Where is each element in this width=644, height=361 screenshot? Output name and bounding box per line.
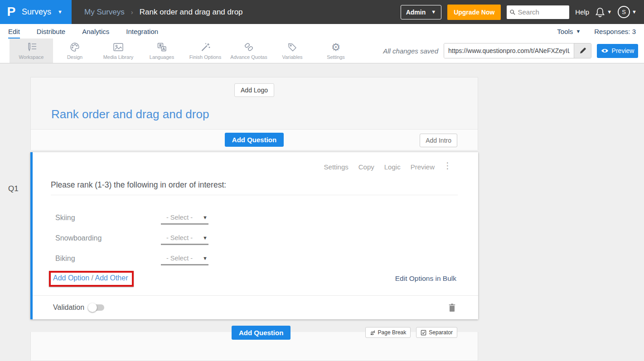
chevron-down-icon: ▼ bbox=[203, 215, 208, 220]
preview-button[interactable]: Preview bbox=[597, 44, 638, 58]
option-add-links: Add Option / Add Other bbox=[53, 274, 128, 282]
question-more-menu-icon[interactable]: ⋮ bbox=[443, 161, 452, 171]
edit-options-in-bulk-link[interactable]: Edit Options in Bulk bbox=[395, 274, 456, 283]
toolbar-item-languages[interactable]: Languages bbox=[140, 39, 184, 63]
add-question-button-bottom[interactable]: Add Question bbox=[232, 326, 291, 340]
toolbar-item-variables[interactable]: Variables bbox=[271, 39, 314, 63]
search-box[interactable] bbox=[507, 5, 569, 19]
question-card: Settings Copy Logic Preview ⋮ Please ran… bbox=[30, 152, 478, 319]
select-placeholder: - Select - bbox=[166, 214, 193, 221]
product-name: Surveys bbox=[22, 7, 51, 17]
toolbar-item-settings[interactable]: ⚙ Settings bbox=[314, 39, 358, 63]
surveys-menu[interactable]: P Surveys ▼ bbox=[0, 0, 72, 24]
option-row: Skiing - Select - ▼ bbox=[55, 214, 208, 225]
admin-label: Admin bbox=[406, 9, 426, 16]
separator-label: Separator bbox=[429, 329, 453, 336]
add-intro-button[interactable]: Add Intro bbox=[420, 134, 457, 147]
page-break-icon bbox=[370, 330, 376, 336]
toolbar-label: Media Library bbox=[103, 54, 134, 60]
toolbar-label: Design bbox=[67, 54, 82, 60]
admin-dropdown[interactable]: Admin ▼ bbox=[401, 5, 441, 19]
search-input[interactable] bbox=[518, 8, 566, 16]
chevron-down-icon: ▼ bbox=[203, 255, 208, 261]
survey-url-box bbox=[444, 43, 591, 58]
question-logic-link[interactable]: Logic bbox=[384, 163, 401, 171]
tag-icon bbox=[287, 42, 298, 53]
chevron-down-icon: ▼ bbox=[58, 10, 63, 14]
preview-label: Preview bbox=[612, 47, 634, 54]
add-logo-button[interactable]: Add Logo bbox=[234, 83, 274, 97]
toolbar-item-workspace[interactable]: Workspace bbox=[10, 39, 53, 63]
survey-header-card: Add Logo Rank order and drag and drop Ad… bbox=[30, 77, 478, 150]
question-settings-link[interactable]: Settings bbox=[324, 163, 349, 171]
tab-integration[interactable]: Integration bbox=[126, 24, 158, 39]
chevron-down-icon: ▼ bbox=[576, 29, 581, 34]
question-footer: Validation bbox=[33, 295, 478, 319]
rank-select-dropdown[interactable]: - Select - ▼ bbox=[161, 214, 208, 225]
validation-toggle[interactable] bbox=[89, 304, 104, 311]
workspace-canvas: Add Logo Rank order and drag and drop Ad… bbox=[0, 63, 644, 361]
gear-icon: ⚙ bbox=[331, 42, 341, 53]
save-status: All changes saved bbox=[383, 47, 438, 55]
separator-button[interactable]: Separator bbox=[416, 327, 457, 338]
rank-select-dropdown[interactable]: - Select - ▼ bbox=[161, 234, 208, 245]
tab-analytics[interactable]: Analytics bbox=[82, 24, 109, 39]
question-copy-link[interactable]: Copy bbox=[358, 163, 374, 171]
toggle-knob bbox=[88, 303, 97, 312]
notifications-menu[interactable]: ▼ bbox=[595, 7, 612, 18]
toolbar-label: Variables bbox=[282, 54, 302, 60]
links-separator: / bbox=[92, 274, 93, 282]
toolbar-item-media-library[interactable]: Media Library bbox=[97, 39, 140, 63]
tab-distribute[interactable]: Distribute bbox=[37, 24, 65, 39]
select-placeholder: - Select - bbox=[166, 255, 193, 262]
link-icon bbox=[243, 42, 254, 53]
select-placeholder: - Select - bbox=[166, 234, 193, 241]
toolbar-item-design[interactable]: Design bbox=[53, 39, 97, 63]
survey-title[interactable]: Rank order and drag and drop bbox=[51, 107, 209, 121]
validation-label: Validation bbox=[53, 303, 84, 312]
page-break-button[interactable]: Page Break bbox=[365, 327, 411, 338]
chevron-down-icon: ▼ bbox=[632, 10, 637, 14]
search-icon bbox=[510, 9, 515, 15]
chevron-down-icon: ▼ bbox=[607, 10, 612, 14]
upgrade-now-button[interactable]: Upgrade Now bbox=[447, 5, 501, 20]
help-link[interactable]: Help bbox=[575, 8, 589, 16]
bell-icon bbox=[595, 7, 605, 18]
option-label[interactable]: Skiing bbox=[55, 214, 161, 222]
question-actions: Settings Copy Logic Preview bbox=[324, 163, 435, 171]
toolbar-item-advance-quotas[interactable]: Advance Quotas bbox=[227, 39, 271, 63]
translate-icon bbox=[156, 42, 167, 53]
survey-logo-section: Add Logo Rank order and drag and drop bbox=[31, 77, 478, 129]
toolbar-item-finish-options[interactable]: Finish Options bbox=[184, 39, 227, 63]
trash-icon bbox=[449, 303, 455, 312]
chevron-down-icon: ▼ bbox=[431, 10, 436, 14]
survey-url-input[interactable] bbox=[444, 43, 574, 58]
tools-label: Tools bbox=[557, 28, 573, 35]
add-other-link[interactable]: Add Other bbox=[95, 274, 128, 282]
image-icon bbox=[112, 42, 124, 53]
option-row: Snowboarding - Select - ▼ bbox=[55, 234, 208, 245]
workspace-icon bbox=[25, 42, 37, 53]
question-text[interactable]: Please rank (1-3) the following in order… bbox=[51, 180, 458, 195]
tab-edit[interactable]: Edit bbox=[8, 24, 20, 39]
option-row: Biking - Select - ▼ bbox=[55, 255, 208, 265]
app-header: P Surveys ▼ My Surveys › Rank order and … bbox=[0, 0, 644, 24]
responses-count[interactable]: Responses: 3 bbox=[594, 28, 636, 35]
account-menu[interactable]: S ▼ bbox=[618, 6, 637, 18]
add-question-button[interactable]: Add Question bbox=[225, 133, 284, 147]
edit-url-button[interactable] bbox=[574, 43, 591, 58]
breadcrumb: My Surveys › Rank order and drag and dro… bbox=[84, 8, 243, 17]
question-preview-link[interactable]: Preview bbox=[411, 163, 435, 171]
survey-nav: Edit Distribute Analytics Integration To… bbox=[0, 24, 644, 39]
option-label[interactable]: Biking bbox=[55, 255, 161, 263]
toolbar-label: Advance Quotas bbox=[230, 54, 267, 60]
breadcrumb-my-surveys[interactable]: My Surveys bbox=[84, 8, 125, 17]
avatar: S bbox=[618, 6, 630, 18]
delete-question-button[interactable] bbox=[449, 303, 455, 312]
add-option-link[interactable]: Add Option bbox=[53, 274, 89, 282]
page-break-label: Page Break bbox=[378, 329, 407, 336]
rank-select-dropdown[interactable]: - Select - ▼ bbox=[161, 255, 208, 265]
option-label[interactable]: Snowboarding bbox=[55, 234, 161, 242]
tools-dropdown[interactable]: Tools ▼ bbox=[557, 28, 581, 35]
palette-icon bbox=[69, 42, 80, 53]
